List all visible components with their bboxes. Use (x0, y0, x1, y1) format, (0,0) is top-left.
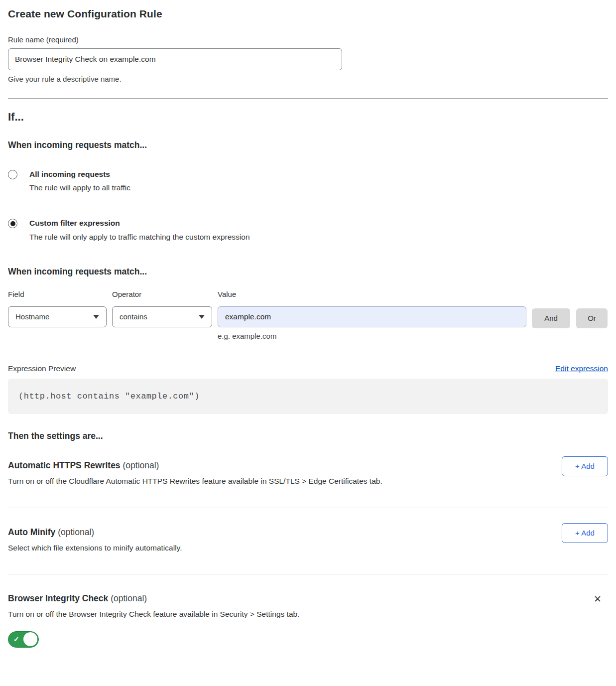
close-icon[interactable]: ✕ (594, 594, 602, 604)
radio-all-label: All incoming requests (29, 169, 130, 179)
radio-texts: Custom filter expression The rule will o… (29, 218, 250, 241)
value-label: Value (218, 290, 526, 298)
rule-name-label: Rule name (required) (8, 35, 608, 44)
radio-custom-label: Custom filter expression (29, 218, 250, 228)
expression-preview-code: (http.host contains "example.com") (8, 379, 608, 414)
setting-texts: Browser Integrity Check (optional) Turn … (8, 589, 299, 619)
setting-optional-text: (optional) (111, 593, 147, 603)
value-column: Value e.g. example.com (218, 290, 526, 340)
create-configuration-rule-form: Create new Configuration Rule Rule name … (0, 0, 616, 660)
radio-custom-description: The rule will only apply to traffic matc… (29, 233, 250, 242)
chevron-down-icon (93, 315, 99, 319)
if-heading: If... (8, 111, 608, 124)
top-divider (8, 98, 608, 99)
setting-title: Browser Integrity Check (optional) (8, 593, 299, 604)
setting-title-text: Auto Minify (8, 527, 55, 537)
or-button[interactable]: Or (576, 308, 608, 328)
setting-description: Select which file extensions to minify a… (8, 544, 182, 552)
expression-preview-row: Expression Preview Edit expression (8, 364, 608, 373)
setting-title-text: Automatic HTTPS Rewrites (8, 460, 121, 470)
setting-description: Turn on or off the Browser Integrity Che… (8, 610, 299, 619)
section-divider (8, 508, 608, 508)
add-https-rewrites-button[interactable]: + Add (562, 456, 608, 476)
value-hint: e.g. example.com (218, 332, 526, 340)
setting-browser-integrity-check: Browser Integrity Check (optional) Turn … (8, 589, 608, 648)
expression-code-text: (http.host contains "example.com") (18, 392, 200, 401)
field-label: Field (8, 290, 107, 298)
operator-select-value: contains (120, 312, 147, 321)
setting-head-row: Browser Integrity Check (optional) Turn … (8, 589, 608, 619)
radio-all-incoming-requests[interactable]: All incoming requests The rule will appl… (8, 169, 608, 192)
check-icon: ✓ (13, 635, 19, 643)
value-input[interactable] (218, 306, 526, 327)
then-heading: Then the settings are... (8, 431, 608, 441)
operator-label: Operator (112, 290, 212, 298)
and-button[interactable]: And (532, 308, 570, 328)
operator-select[interactable]: contains (112, 306, 212, 327)
setting-description: Turn on or off the Cloudflare Automatic … (8, 477, 382, 486)
setting-optional-text: (optional) (123, 460, 159, 470)
field-select-value: Hostname (15, 312, 49, 321)
match-type-radio-group: All incoming requests The rule will appl… (8, 169, 608, 242)
add-auto-minify-button[interactable]: + Add (562, 523, 608, 543)
expression-preview-label: Expression Preview (8, 364, 76, 373)
toggle-knob[interactable] (23, 632, 37, 646)
radio-custom-filter-expression[interactable]: Custom filter expression The rule will o… (8, 218, 608, 241)
setting-texts: Auto Minify (optional) Select which file… (8, 523, 182, 552)
page-title: Create new Configuration Rule (8, 8, 608, 20)
setting-texts: Automatic HTTPS Rewrites (optional) Turn… (8, 456, 382, 486)
andor-buttons: And Or (532, 308, 608, 328)
setting-head-row: Automatic HTTPS Rewrites (optional) Turn… (8, 456, 608, 486)
setting-auto-minify: Auto Minify (optional) Select which file… (8, 523, 608, 574)
rule-name-input[interactable] (8, 48, 342, 70)
radio-texts: All incoming requests The rule will appl… (29, 169, 130, 192)
chevron-down-icon (199, 315, 205, 319)
field-column: Field Hostname (8, 290, 107, 327)
rule-name-help: Give your rule a descriptive name. (8, 75, 608, 83)
builder-heading: When incoming requests match... (8, 267, 608, 277)
section-divider (8, 574, 608, 574)
setting-title-text: Browser Integrity Check (8, 593, 108, 603)
setting-head-row: Auto Minify (optional) Select which file… (8, 523, 608, 552)
field-select[interactable]: Hostname (8, 306, 107, 327)
expression-builder-row: Field Hostname Operator contains Value e… (8, 290, 608, 340)
radio-unselected-icon[interactable] (8, 170, 17, 179)
setting-automatic-https-rewrites: Automatic HTTPS Rewrites (optional) Turn… (8, 456, 608, 508)
radio-all-description: The rule will apply to all traffic (29, 183, 130, 192)
setting-optional-text: (optional) (58, 527, 94, 537)
setting-title: Auto Minify (optional) (8, 527, 182, 538)
match-heading: When incoming requests match... (8, 140, 608, 150)
browser-integrity-check-toggle[interactable]: ✓ (8, 631, 39, 648)
operator-column: Operator contains (112, 290, 212, 327)
radio-selected-icon[interactable] (8, 219, 17, 228)
edit-expression-link[interactable]: Edit expression (555, 364, 608, 373)
setting-title: Automatic HTTPS Rewrites (optional) (8, 460, 382, 471)
